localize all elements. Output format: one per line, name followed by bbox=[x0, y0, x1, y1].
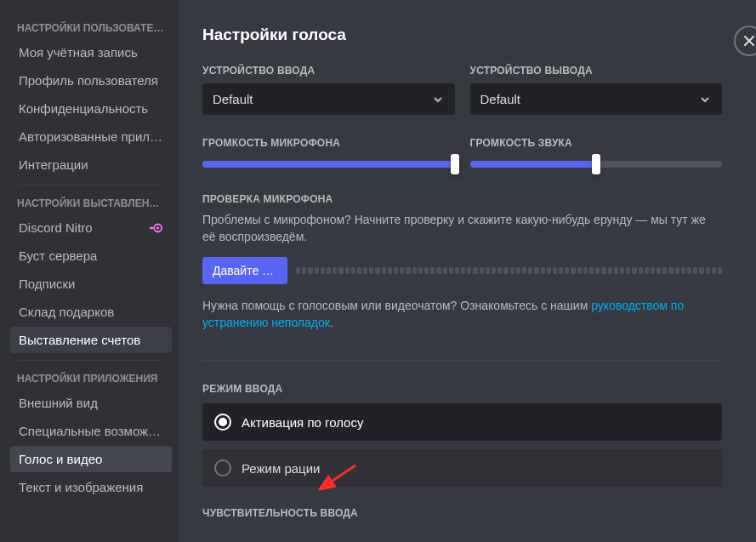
sidebar-item-profile[interactable]: Профиль пользователя bbox=[10, 67, 172, 94]
radio-icon bbox=[214, 414, 231, 431]
mic-test-help: Проблемы с микрофоном? Начните проверку … bbox=[202, 212, 722, 245]
slider-thumb[interactable] bbox=[592, 154, 600, 174]
output-device-select[interactable]: Default bbox=[470, 83, 723, 115]
sidebar-item-authorized-apps[interactable]: Авторизованные прил… bbox=[10, 123, 172, 150]
input-volume-label: ГРОМКОСТЬ МИКРОФОНА bbox=[202, 137, 455, 149]
output-device-value: Default bbox=[480, 92, 521, 106]
sidebar-item-nitro[interactable]: Discord Nitro bbox=[10, 214, 172, 241]
svg-point-1 bbox=[156, 226, 159, 229]
sidebar-item-billing[interactable]: Выставление счетов bbox=[10, 327, 172, 353]
radio-label: Активация по голосу bbox=[242, 415, 363, 430]
radio-icon bbox=[214, 459, 231, 476]
close-button[interactable] bbox=[734, 26, 756, 56]
sidebar-item-accessibility[interactable]: Специальные возмож… bbox=[10, 418, 172, 444]
sidebar-item-text-images[interactable]: Текст и изображения bbox=[10, 474, 172, 500]
sidebar-section-billing: НАСТРОЙКИ ВЫСТАВЛЕН… bbox=[10, 192, 172, 214]
output-volume-slider[interactable] bbox=[470, 161, 723, 168]
sidebar-divider bbox=[19, 185, 163, 185]
sidebar-item-appearance[interactable]: Внешний вид bbox=[10, 390, 172, 416]
radio-label: Режим рации bbox=[242, 461, 320, 476]
settings-sidebar: НАСТРОЙКИ ПОЛЬЗОВАТЕ… Моя учётная запись… bbox=[0, 0, 179, 542]
sidebar-section-user: НАСТРОЙКИ ПОЛЬЗОВАТЕ… bbox=[10, 17, 172, 39]
mic-level-meter bbox=[296, 262, 722, 279]
sidebar-item-voice-video[interactable]: Голос и видео bbox=[10, 446, 172, 472]
input-volume-slider[interactable] bbox=[202, 161, 455, 168]
sensitivity-label: ЧУВСТВИТЕЛЬНОСТЬ ВВОДА bbox=[202, 507, 722, 519]
mic-test-button[interactable]: Давайте пр… bbox=[202, 257, 287, 284]
nitro-icon bbox=[148, 223, 163, 233]
input-mode-push-to-talk[interactable]: Режим рации bbox=[202, 449, 722, 487]
input-device-label: УСТРОЙСТВО ВВОДА bbox=[202, 65, 455, 77]
sidebar-item-account[interactable]: Моя учётная запись bbox=[10, 39, 172, 66]
slider-thumb[interactable] bbox=[451, 154, 459, 174]
chevron-down-icon bbox=[698, 93, 712, 106]
close-icon bbox=[742, 34, 756, 48]
input-mode-label: РЕЖИМ ВВОДА bbox=[202, 383, 722, 395]
input-device-select[interactable]: Default bbox=[202, 83, 455, 115]
svg-rect-2 bbox=[150, 226, 154, 229]
output-device-label: УСТРОЙСТВО ВЫВОДА bbox=[470, 65, 723, 77]
input-device-value: Default bbox=[213, 92, 253, 106]
help-line: Нужна помощь с голосовым или видеочатом?… bbox=[202, 298, 722, 331]
sidebar-item-integrations[interactable]: Интеграции bbox=[10, 151, 172, 178]
settings-main: Настройки голоса УСТРОЙСТВО ВВОДА Defaul… bbox=[179, 0, 756, 542]
sidebar-divider bbox=[19, 360, 163, 361]
page-title: Настройки голоса bbox=[202, 26, 722, 44]
output-volume-label: ГРОМКОСТЬ ЗВУКА bbox=[470, 137, 723, 149]
sidebar-item-server-boost[interactable]: Буст сервера bbox=[10, 242, 172, 269]
sidebar-item-gift-inventory[interactable]: Склад подарков bbox=[10, 299, 172, 325]
sidebar-section-app: НАСТРОЙКИ ПРИЛОЖЕНИЯ bbox=[10, 368, 172, 390]
input-mode-voice-activity[interactable]: Активация по голосу bbox=[202, 403, 722, 441]
chevron-down-icon bbox=[431, 93, 445, 106]
sidebar-item-privacy[interactable]: Конфиденциальность bbox=[10, 95, 172, 122]
section-divider bbox=[202, 360, 722, 361]
sidebar-item-subscriptions[interactable]: Подписки bbox=[10, 271, 172, 297]
mic-test-label: ПРОВЕРКА МИКРОФОНА bbox=[202, 193, 722, 205]
